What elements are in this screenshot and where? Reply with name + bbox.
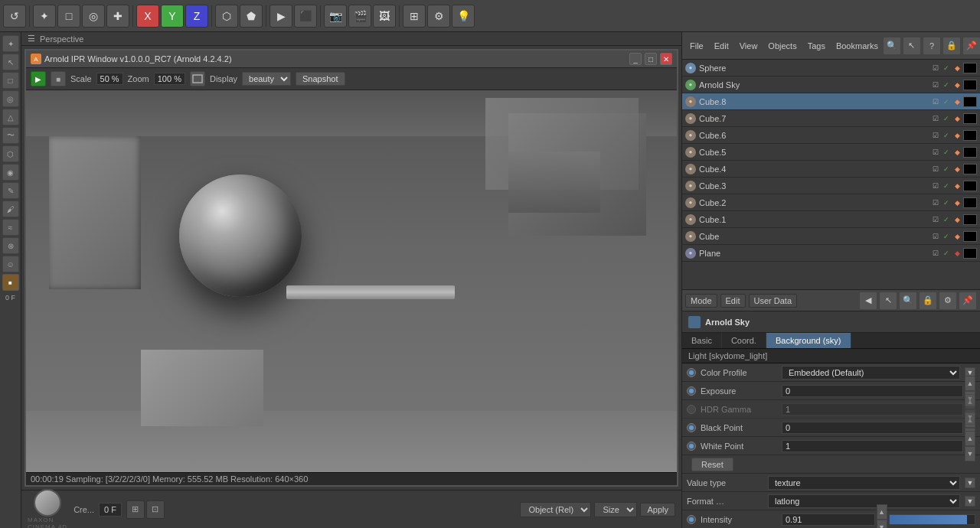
settings-btn[interactable]: ⚙ (427, 5, 450, 28)
ipr-viewport[interactable] (26, 90, 677, 472)
obj-check3[interactable]: ◆ (952, 165, 962, 174)
prop-valuetype-down-icon[interactable]: ▼ (965, 477, 975, 488)
props-tab-background[interactable]: Background (sky) (766, 333, 851, 348)
obj-check2[interactable]: ✓ (942, 181, 951, 191)
object-row-cube8[interactable]: ● Cube.8 ☑ ✓ ◆ (682, 93, 980, 110)
rotate-btn[interactable]: ◎ (82, 5, 105, 28)
prop-hdr-down[interactable]: ▼ (965, 409, 975, 425)
object-row-cube[interactable]: ● Cube ☑ ✓ ◆ (682, 228, 980, 245)
object-row-arnold sky[interactable]: ● Arnold Sky ☑ ✓ ◆ (682, 77, 980, 93)
light-btn[interactable]: 💡 (452, 5, 475, 28)
props-lock-icon[interactable]: 🔒 (919, 292, 937, 310)
obj-color-swatch[interactable] (963, 231, 977, 242)
render-btn[interactable]: 🖼 (373, 5, 396, 28)
obj-check1[interactable]: ☑ (931, 181, 940, 191)
obj-check2[interactable]: ✓ (942, 198, 951, 207)
obj-check1[interactable]: ☑ (931, 114, 940, 123)
obj-color-swatch[interactable] (963, 197, 977, 208)
props-search-icon[interactable]: 🔍 (899, 292, 917, 310)
ipr-scale-value[interactable]: 50 % (96, 73, 123, 85)
obj-color-swatch[interactable] (963, 248, 977, 259)
obj-check3[interactable]: ◆ (952, 97, 962, 106)
obj-color-swatch[interactable] (963, 96, 977, 107)
props-back-icon[interactable]: ◀ (859, 292, 877, 310)
prop-intensity-up[interactable]: ▲ (877, 504, 887, 520)
ipr-stop-btn[interactable]: ■ (51, 71, 66, 86)
sidebar-sculpt-icon[interactable]: ✎ (2, 182, 19, 199)
obj-check3[interactable]: ◆ (952, 232, 962, 241)
help-icon[interactable]: ? (923, 37, 941, 55)
play-btn[interactable]: ▶ (270, 5, 292, 28)
obj-color-swatch[interactable] (963, 113, 977, 124)
obj-check1[interactable]: ☑ (931, 97, 940, 106)
obj-color-swatch[interactable] (963, 130, 977, 141)
obj-color-swatch[interactable] (963, 80, 977, 90)
obj-check1[interactable]: ☑ (931, 165, 940, 174)
menu-objects[interactable]: Objects (763, 40, 801, 52)
menu-bookmarks[interactable]: Bookmarks (831, 40, 883, 52)
sidebar-circle-icon[interactable]: ◎ (2, 90, 19, 107)
ipr-display-select[interactable]: beauty (242, 72, 291, 86)
prop-intensity-down[interactable]: ▼ (877, 520, 887, 529)
obj-check2[interactable]: ✓ (942, 131, 951, 140)
object-row-cube5[interactable]: ● Cube.5 ☑ ✓ ◆ (682, 144, 980, 161)
props-gear-icon[interactable]: ⚙ (939, 292, 957, 310)
object-row-cube4[interactable]: ● Cube.4 ☑ ✓ ◆ (682, 161, 980, 178)
props-tab-basic[interactable]: Basic (682, 333, 722, 348)
sidebar-particle-icon[interactable]: ⊛ (2, 237, 19, 254)
ipr-play-btn[interactable]: ▶ (31, 71, 46, 86)
obj-check2[interactable]: ✓ (942, 97, 951, 106)
props-pin-icon[interactable]: 📌 (959, 292, 977, 310)
prop-black-point-radio[interactable] (687, 423, 696, 432)
move-btn[interactable]: ✦ (33, 5, 56, 28)
prop-white-up[interactable]: ▲ (965, 431, 975, 446)
prop-intensity-input[interactable] (782, 513, 875, 526)
sidebar-select-icon[interactable]: ↖ (2, 54, 19, 70)
obj-btn[interactable]: ⬟ (240, 5, 263, 28)
obj-check3[interactable]: ◆ (952, 80, 962, 90)
menu-edit[interactable]: Edit (710, 40, 733, 52)
obj-color-swatch[interactable] (963, 63, 977, 73)
y-btn[interactable]: Y (161, 5, 184, 28)
sidebar-green-icon[interactable]: ■ (2, 274, 19, 291)
obj-check2[interactable]: ✓ (942, 148, 951, 157)
obj-check2[interactable]: ✓ (942, 165, 951, 174)
obj-check2[interactable]: ✓ (942, 80, 951, 90)
scale-btn[interactable]: □ (57, 5, 80, 28)
obj-check3[interactable]: ◆ (952, 148, 962, 157)
obj-check3[interactable]: ◆ (952, 131, 962, 140)
sidebar-spline-icon[interactable]: 〜 (2, 127, 19, 144)
object-row-cube2[interactable]: ● Cube.2 ☑ ✓ ◆ (682, 194, 980, 211)
prop-exposure-radio[interactable] (687, 386, 696, 396)
object-row-sphere[interactable]: ● Sphere ☑ ✓ ◆ (682, 60, 980, 77)
stop-btn[interactable]: ⬛ (294, 5, 317, 28)
obj-check2[interactable]: ✓ (942, 232, 951, 241)
sidebar-paint-icon[interactable]: 🖌 (2, 200, 19, 217)
menu-file[interactable]: File (685, 40, 708, 52)
prop-hdr-gamma-input[interactable] (782, 403, 963, 416)
ipr-snapshot-btn[interactable]: Snapshot (296, 72, 345, 86)
pin-icon[interactable]: 📌 (962, 37, 980, 55)
obj-check1[interactable]: ☑ (931, 232, 940, 241)
obj-check1[interactable]: ☑ (931, 148, 940, 157)
object-row-cube6[interactable]: ● Cube.6 ☑ ✓ ◆ (682, 127, 980, 144)
obj-check2[interactable]: ✓ (942, 249, 951, 258)
object-rel-select[interactable]: Object (Rel) (520, 502, 591, 517)
obj-color-swatch[interactable] (963, 181, 977, 191)
ipr-minimize-btn[interactable]: _ (629, 53, 642, 65)
object-row-cube1[interactable]: ● Cube.1 ☑ ✓ ◆ (682, 211, 980, 228)
film-btn[interactable]: 🎬 (348, 5, 371, 28)
lock-icon[interactable]: 🔒 (942, 37, 961, 55)
obj-check3[interactable]: ◆ (952, 198, 962, 207)
tl-icon-1[interactable]: ⊞ (126, 500, 145, 519)
props-userdata-btn[interactable]: User Data (749, 294, 798, 308)
prop-hdr-gamma-radio[interactable] (687, 405, 696, 414)
search-icon[interactable]: 🔍 (883, 37, 901, 55)
menu-view[interactable]: View (735, 40, 763, 52)
add-btn[interactable]: ✚ (106, 5, 129, 28)
undo-btn[interactable]: ↺ (3, 5, 26, 28)
prop-reset-btn[interactable]: Reset (691, 458, 733, 471)
obj-color-swatch[interactable] (963, 214, 977, 225)
menu-tags[interactable]: Tags (803, 40, 830, 52)
props-edit-btn[interactable]: Edit (720, 294, 746, 308)
